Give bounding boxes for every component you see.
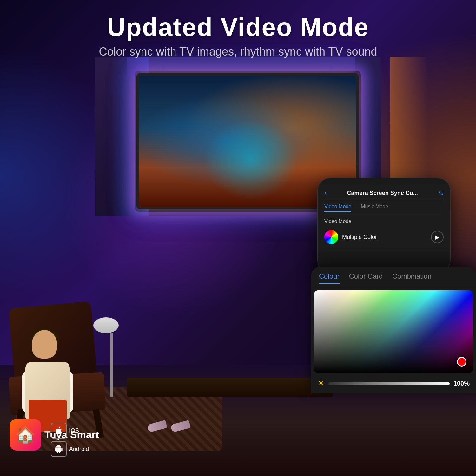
android-badge[interactable]: Android xyxy=(51,441,89,457)
tuya-symbol: 🏠 xyxy=(16,426,35,444)
mode-name: Multiple Color xyxy=(342,234,431,241)
person-head xyxy=(32,330,57,359)
color-picker-tabs: Colour Color Card Combination xyxy=(311,267,476,287)
header-section: Updated Video Mode Color sync with TV im… xyxy=(0,0,476,65)
brightness-row: ☀ 100% xyxy=(311,376,476,391)
tuya-logo: 🏠 xyxy=(10,419,41,451)
phone-bottom: Colour Color Card Combination ☀ 100% xyxy=(311,267,476,393)
tab-color-card[interactable]: Color Card xyxy=(349,272,383,284)
apple-icon xyxy=(51,423,67,439)
tv-dancers xyxy=(182,89,334,207)
shoes xyxy=(146,422,192,432)
ios-badge[interactable]: IOS xyxy=(51,423,89,439)
color-wheel-icon xyxy=(324,230,338,244)
ios-label: IOS xyxy=(69,427,79,434)
phone-notch xyxy=(371,178,397,185)
subtitle: Color sync with TV images, rhythm sync w… xyxy=(0,45,476,58)
tab-video-mode[interactable]: Video Mode xyxy=(324,204,351,212)
tab-colour[interactable]: Colour xyxy=(319,272,340,284)
color-picker-cursor[interactable] xyxy=(457,357,466,367)
phone-tabs: Video Mode Music Mode xyxy=(324,200,444,215)
phone-top: ‹ Camera Screen Sync Co... ✎ Video Mode … xyxy=(317,178,451,273)
tv-stand xyxy=(127,378,333,397)
phone-screen-title: Camera Screen Sync Co... xyxy=(347,190,418,196)
play-button[interactable]: ▶ xyxy=(431,231,444,243)
color-picker-area[interactable] xyxy=(314,290,473,373)
phone-header: ‹ Camera Screen Sync Co... ✎ xyxy=(324,186,444,200)
person xyxy=(13,330,83,419)
brightness-value: 100% xyxy=(453,380,470,387)
android-label: Android xyxy=(69,446,89,453)
brightness-bar[interactable] xyxy=(328,382,450,385)
tab-music-mode[interactable]: Music Mode xyxy=(361,204,388,212)
app-badges: IOS Android xyxy=(51,423,89,457)
sun-icon: ☀ xyxy=(317,379,325,388)
mode-section-label: Video Mode xyxy=(324,215,444,227)
main-title: Updated Video Mode xyxy=(0,13,476,42)
phone-top-screen: ‹ Camera Screen Sync Co... ✎ Video Mode … xyxy=(318,185,450,252)
android-icon xyxy=(51,441,67,457)
edit-button[interactable]: ✎ xyxy=(438,189,444,197)
mode-item: Multiple Color ▶ xyxy=(324,227,444,247)
back-button[interactable]: ‹ xyxy=(324,189,327,197)
tab-combination[interactable]: Combination xyxy=(392,272,432,284)
